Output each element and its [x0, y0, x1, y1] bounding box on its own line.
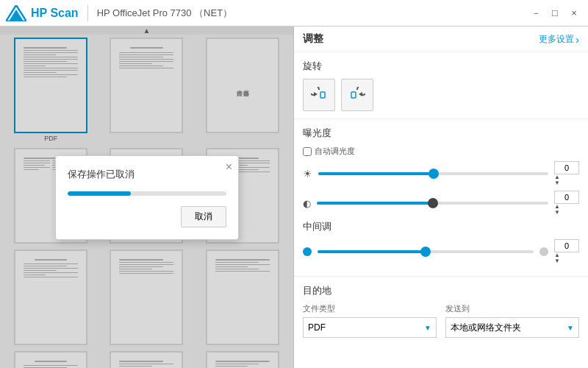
midtone-value-input[interactable] — [554, 239, 579, 252]
midtone-slider-track[interactable] — [318, 250, 534, 253]
midtone-label: 中间调 — [303, 220, 579, 233]
titlebar-divider — [87, 5, 88, 21]
main-container: ▲ — [0, 26, 588, 368]
file-type-col: 文件类型 PDF ▼ — [303, 303, 437, 338]
dialog-cancel-button[interactable]: 取消 — [181, 206, 226, 227]
rotate-left-button[interactable] — [303, 79, 335, 111]
contrast-fill — [317, 202, 433, 205]
midtone-down-arrow[interactable]: ▼ — [554, 258, 579, 264]
svg-rect-12 — [320, 92, 325, 98]
midtone-fill — [318, 250, 426, 253]
contrast-slider-row: ◐ ▲ ▼ — [303, 191, 579, 216]
svg-marker-11 — [314, 92, 318, 96]
rotate-section: 旋转 — [294, 52, 588, 119]
rotate-left-icon — [311, 87, 327, 103]
exposure-section: 曝光度 自动调光度 ☀ ▲ ▼ — [294, 119, 588, 277]
send-to-col: 发送到 本地或网络文件夹 ▼ — [445, 303, 579, 338]
file-type-label: 文件类型 — [303, 303, 437, 314]
thumbnail-panel: ▲ — [0, 26, 294, 368]
midtone-input-group: ▲ ▼ — [554, 239, 579, 264]
brightness-thumb[interactable] — [429, 169, 439, 179]
contrast-down-arrow[interactable]: ▼ — [554, 210, 579, 216]
dialog-close-button[interactable]: × — [226, 160, 232, 174]
midtone-left-icon — [303, 247, 312, 256]
dialog-actions: 取消 — [68, 206, 226, 227]
file-type-value: PDF — [308, 322, 326, 333]
brightness-fill — [318, 172, 434, 175]
svg-marker-13 — [359, 92, 362, 96]
contrast-icon: ◐ — [303, 198, 311, 209]
brightness-value-input[interactable] — [554, 161, 579, 174]
contrast-input-group: ▲ ▼ — [554, 191, 579, 216]
settings-header: 调整 更多设置 › — [294, 26, 588, 52]
dialog-progress-bar — [68, 191, 226, 196]
exposure-title: 曝光度 — [303, 127, 579, 140]
send-to-select[interactable]: 本地或网络文件夹 ▼ — [445, 317, 579, 338]
contrast-thumb[interactable] — [428, 198, 438, 208]
hp-logo-icon — [6, 5, 26, 21]
midtone-right-icon — [539, 247, 548, 256]
destination-row: 文件类型 PDF ▼ 发送到 本地或网络文件夹 ▼ — [303, 303, 579, 338]
contrast-value-input[interactable] — [554, 191, 579, 204]
close-button[interactable]: × — [566, 5, 582, 21]
chevron-right-icon: › — [576, 33, 579, 46]
more-settings-link[interactable]: 更多设置 › — [539, 33, 579, 46]
svg-marker-1 — [9, 10, 24, 21]
titlebar-controls: － □ × — [528, 5, 582, 21]
send-to-value: 本地或网络文件夹 — [451, 322, 521, 334]
brightness-input-group: ▲ ▼ — [554, 161, 579, 186]
app-name: HP Scan — [31, 7, 79, 20]
rotate-right-button[interactable] — [341, 79, 373, 111]
send-to-label: 发送到 — [445, 303, 579, 314]
titlebar: HP Scan HP OfficeJet Pro 7730 （NET） － □ … — [0, 0, 588, 26]
auto-exposure-row: 自动调光度 — [303, 146, 579, 157]
save-cancelled-dialog: × 保存操作已取消 取消 — [55, 155, 239, 240]
rotate-right-icon — [349, 87, 365, 103]
dialog-progress-fill — [68, 191, 131, 196]
midtone-slider-row: ▲ ▼ — [303, 239, 579, 264]
auto-exposure-label: 自动调光度 — [315, 146, 355, 157]
send-to-chevron-icon: ▼ — [567, 324, 574, 332]
brightness-down-arrow[interactable]: ▼ — [554, 180, 579, 186]
contrast-slider-track[interactable] — [317, 202, 548, 205]
dialog-title: 保存操作已取消 — [68, 168, 226, 181]
midtone-thumb[interactable] — [420, 247, 431, 257]
destination-title: 目的地 — [303, 284, 579, 297]
rotate-buttons — [303, 79, 579, 111]
device-name: HP OfficeJet Pro 7730 （NET） — [97, 7, 232, 20]
file-type-select[interactable]: PDF ▼ — [303, 317, 437, 338]
more-settings-label: 更多设置 — [539, 33, 574, 46]
brightness-icon: ☀ — [303, 168, 312, 180]
settings-title: 调整 — [303, 32, 323, 46]
file-type-chevron-icon: ▼ — [424, 324, 431, 332]
maximize-button[interactable]: □ — [547, 5, 563, 21]
settings-panel: 调整 更多设置 › 旋转 — [294, 26, 588, 368]
brightness-slider-row: ☀ ▲ ▼ — [303, 161, 579, 186]
brightness-slider-track[interactable] — [318, 172, 548, 175]
auto-exposure-checkbox[interactable] — [303, 147, 312, 156]
destination-section: 目的地 文件类型 PDF ▼ 发送到 本地或网络文件夹 ▼ — [294, 277, 588, 345]
svg-rect-14 — [351, 92, 356, 98]
rotate-title: 旋转 — [303, 60, 579, 73]
dialog-overlay: × 保存操作已取消 取消 — [0, 26, 294, 368]
app-logo: HP Scan — [6, 5, 79, 21]
minimize-button[interactable]: － — [528, 5, 544, 21]
